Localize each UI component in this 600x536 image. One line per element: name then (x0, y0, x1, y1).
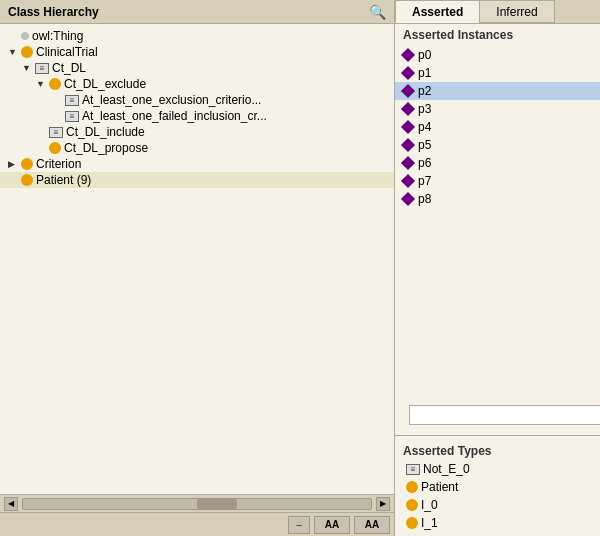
toggle-arrow (8, 175, 18, 185)
tree-label: Ct_DL_include (66, 125, 145, 139)
tree-label: Ct_DL_propose (64, 141, 148, 155)
equiv-icon: ≡ (49, 127, 63, 138)
equiv-icon: ≡ (65, 95, 79, 106)
toggle-arrow (8, 31, 18, 41)
instance-item-p1[interactable]: p1 (395, 64, 600, 82)
tree-item-ct-dl[interactable]: ▼ ≡ Ct_DL (0, 60, 394, 76)
instance-item-p0[interactable]: p0 (395, 46, 600, 64)
orange-circle-icon (406, 481, 418, 493)
search-icon[interactable]: 🔍 (369, 4, 386, 20)
panel-header: Class Hierarchy 🔍 (0, 0, 394, 24)
left-panel: Class Hierarchy 🔍 owl:Thing ▼ ClinicalTr… (0, 0, 395, 536)
tree-area: owl:Thing ▼ ClinicalTrial ▼ ≡ Ct_DL ▼ Ct… (0, 24, 394, 494)
tree-label: ClinicalTrial (36, 45, 98, 59)
right-panel: Asserted Inferred Asserted Instances p0 … (395, 0, 600, 536)
tree-item-criterion[interactable]: ▶ Criterion (0, 156, 394, 172)
instance-label: p7 (418, 174, 431, 188)
type-item-patient[interactable]: Patient (395, 478, 600, 496)
tree-item-clinical-trial[interactable]: ▼ ClinicalTrial (0, 44, 394, 60)
right-inner: Asserted Instances p0 p1 p2 (395, 24, 600, 536)
tree-label: Patient (9) (36, 173, 91, 187)
orange-circle-icon (49, 78, 61, 90)
tab-inferred[interactable]: Inferred (479, 0, 554, 23)
toggle-arrow (36, 143, 46, 153)
toggle-arrow (52, 95, 62, 105)
search-button-2[interactable]: AA (354, 516, 390, 534)
instance-label: p1 (418, 66, 431, 80)
toggle-arrow (36, 127, 46, 137)
scroll-right-button[interactable]: ▶ (376, 497, 390, 511)
instance-label: p5 (418, 138, 431, 152)
tree-item-at-least-fail[interactable]: ≡ At_least_one_failed_inclusion_cr... (0, 108, 394, 124)
owl-thing-icon (21, 32, 29, 40)
equiv-icon: ≡ (65, 111, 79, 122)
instance-label: p3 (418, 102, 431, 116)
tree-scrollbar-area: ◀ ▶ (0, 494, 394, 512)
orange-circle-icon (406, 499, 418, 511)
instances-list: p0 p1 p2 p3 (395, 44, 600, 399)
diamond-icon (401, 84, 415, 98)
panel-title: Class Hierarchy (8, 5, 99, 19)
search-button-1[interactable]: AA (314, 516, 350, 534)
toggle-arrow (52, 111, 62, 121)
instance-item-p8[interactable]: p8 (395, 190, 600, 208)
scroll-left-button[interactable]: ◀ (4, 497, 18, 511)
minus-button[interactable]: – (288, 516, 310, 534)
orange-circle-icon (21, 158, 33, 170)
scrollbar-thumb[interactable] (197, 499, 237, 509)
tree-item-patient[interactable]: Patient (9) (0, 172, 394, 188)
tree-label: owl:Thing (32, 29, 83, 43)
type-label: Not_E_0 (423, 462, 470, 476)
instance-item-p4[interactable]: p4 (395, 118, 600, 136)
diamond-icon (401, 156, 415, 170)
tabs-row: Asserted Inferred (395, 0, 600, 24)
tab-asserted[interactable]: Asserted (395, 0, 480, 23)
tree-label: At_least_one_failed_inclusion_cr... (82, 109, 267, 123)
filter-input[interactable] (409, 405, 600, 425)
diamond-icon (401, 192, 415, 206)
diamond-icon (401, 138, 415, 152)
instance-label: p4 (418, 120, 431, 134)
main-container: Class Hierarchy 🔍 owl:Thing ▼ ClinicalTr… (0, 0, 600, 536)
instance-item-p6[interactable]: p6 (395, 154, 600, 172)
tree-label: At_least_one_exclusion_criterio... (82, 93, 261, 107)
type-item-i0[interactable]: I_0 (395, 496, 600, 514)
diamond-icon (401, 102, 415, 116)
diamond-icon (401, 66, 415, 80)
bottom-toolbar: – AA AA (0, 512, 394, 536)
type-item-i1[interactable]: I_1 (395, 514, 600, 532)
asserted-instances-title: Asserted Instances (395, 24, 600, 44)
tree-item-owl-thing[interactable]: owl:Thing (0, 28, 394, 44)
filter-area (395, 399, 600, 431)
toggle-arrow: ▼ (36, 79, 46, 89)
tree-label: Ct_DL_exclude (64, 77, 146, 91)
orange-circle-icon (49, 142, 61, 154)
instance-label: p8 (418, 192, 431, 206)
toggle-arrow: ▼ (22, 63, 32, 73)
instance-item-p7[interactable]: p7 (395, 172, 600, 190)
orange-circle-icon (21, 174, 33, 186)
toggle-arrow: ▶ (8, 159, 18, 169)
instance-label: p2 (418, 84, 431, 98)
tree-item-ct-dl-propose[interactable]: Ct_DL_propose (0, 140, 394, 156)
types-section: Asserted Types ≡ Not_E_0 Patient I_0 (395, 440, 600, 536)
orange-circle-icon (21, 46, 33, 58)
instance-item-p2[interactable]: p2 (395, 82, 600, 100)
instance-label: p6 (418, 156, 431, 170)
type-label: Patient (421, 480, 458, 494)
toggle-arrow: ▼ (8, 47, 18, 57)
instance-label: p0 (418, 48, 431, 62)
instance-item-p5[interactable]: p5 (395, 136, 600, 154)
tree-item-at-least-excl[interactable]: ≡ At_least_one_exclusion_criterio... (0, 92, 394, 108)
orange-circle-icon (406, 517, 418, 529)
tree-label: Ct_DL (52, 61, 86, 75)
tree-label: Criterion (36, 157, 81, 171)
equiv-icon: ≡ (35, 63, 49, 74)
tree-item-ct-dl-include[interactable]: ≡ Ct_DL_include (0, 124, 394, 140)
instance-item-p3[interactable]: p3 (395, 100, 600, 118)
diamond-icon (401, 48, 415, 62)
horizontal-scrollbar[interactable] (22, 498, 372, 510)
tree-item-ct-dl-exclude[interactable]: ▼ Ct_DL_exclude (0, 76, 394, 92)
type-item-not-e0[interactable]: ≡ Not_E_0 (395, 460, 600, 478)
diamond-icon (401, 120, 415, 134)
